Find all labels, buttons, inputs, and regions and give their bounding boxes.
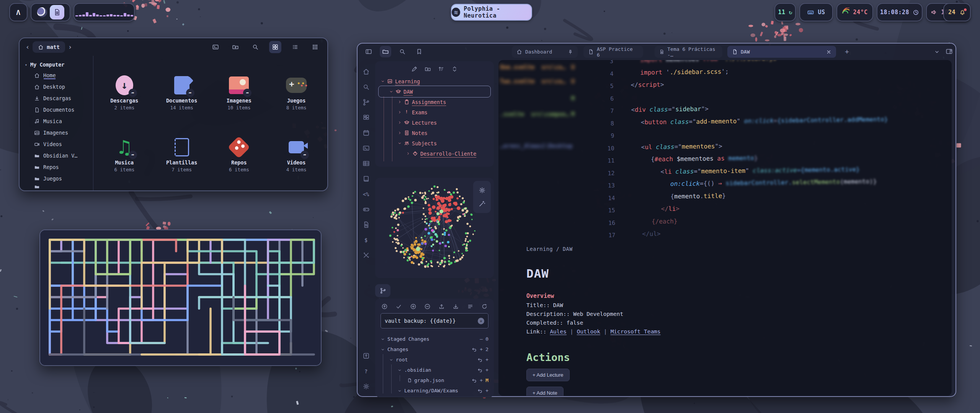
- ribbon-table-button[interactable]: [363, 160, 370, 167]
- ribbon-grid4-button[interactable]: [363, 114, 370, 121]
- tab-asp-practice-6[interactable]: ASP Practice 6: [583, 46, 643, 58]
- grid-item-juegos[interactable]: Juegos8 items: [268, 61, 325, 123]
- graph-settings-gear-icon[interactable]: [479, 187, 486, 194]
- unstage-all-button[interactable]: [424, 303, 431, 310]
- grid-item-repos[interactable]: Repos6 items: [211, 123, 268, 185]
- new-folder-button[interactable]: [425, 66, 431, 72]
- sidebar-item-videos[interactable]: Videos: [25, 138, 93, 150]
- commit-button[interactable]: [395, 303, 402, 310]
- sidebar-item-desktop[interactable]: Desktop: [25, 81, 93, 93]
- tree-item-daw[interactable]: DAW: [375, 86, 494, 97]
- grid-item-videos[interactable]: ➦Videos4 items: [268, 123, 325, 185]
- sidebar-item-repos[interactable]: Repos: [25, 161, 93, 173]
- pull-button[interactable]: [452, 303, 459, 310]
- ribbon-docsearch-button[interactable]: [363, 221, 370, 228]
- open-terminal-button[interactable]: [209, 41, 222, 53]
- git-row-graph-json[interactable]: graph.json+M: [375, 375, 494, 385]
- bookmarks-tab-icon[interactable]: [413, 46, 425, 57]
- undo-icon[interactable]: [472, 347, 477, 352]
- undo-icon[interactable]: [477, 367, 483, 373]
- sort-order-button[interactable]: [438, 66, 444, 72]
- ribbon-calendar-button[interactable]: [363, 129, 370, 137]
- search-tab-icon[interactable]: [397, 46, 408, 57]
- back-button[interactable]: ‹: [26, 43, 29, 51]
- tree-item-desarrollo-cliente[interactable]: Desarrollo-Cliente: [375, 148, 494, 159]
- git-row-changes[interactable]: Changes+2: [375, 344, 494, 354]
- undo-icon[interactable]: [477, 388, 483, 393]
- firefox-icon[interactable]: [37, 7, 47, 17]
- toggle-left-sidebar-icon[interactable]: [363, 46, 374, 57]
- git-row--obsidian[interactable]: .obsidian+: [375, 365, 494, 375]
- tab-list-chevron-icon[interactable]: [934, 49, 940, 55]
- commit-message-input[interactable]: vault backup: {{date}} ✕: [381, 313, 488, 328]
- stage-all-button[interactable]: [410, 303, 416, 310]
- note-breadcrumb[interactable]: Learning / DAW: [526, 246, 936, 252]
- ribbon-terminal-button[interactable]: [363, 145, 370, 152]
- graph-filter-wand-icon[interactable]: [479, 200, 486, 207]
- ribbon-book-button[interactable]: [363, 175, 370, 182]
- ribbon-home-button[interactable]: [363, 68, 370, 75]
- change-list-button[interactable]: [467, 303, 474, 310]
- launcher-button[interactable]: Λ: [9, 3, 28, 21]
- clear-message-icon[interactable]: ✕: [478, 318, 484, 324]
- ribbon-dollar-button[interactable]: $: [364, 236, 368, 244]
- grid-item-descargas[interactable]: ➦Descargas2 items: [96, 61, 153, 123]
- git-row-learning-daw-exams[interactable]: Learning/DAW/Exams+: [375, 385, 494, 396]
- sidebar-root[interactable]: ▾ My Computer: [25, 60, 93, 70]
- grid-view-button[interactable]: [269, 41, 281, 53]
- ribbon-branch-button[interactable]: [363, 99, 370, 106]
- forward-button[interactable]: ›: [68, 43, 72, 51]
- tree-item-subjects[interactable]: Subjects: [375, 138, 494, 148]
- ribbon-help-button[interactable]: ?: [364, 367, 368, 375]
- refresh-button[interactable]: [481, 303, 488, 310]
- grid-item-musica[interactable]: ♫➦Musica6 items: [96, 123, 153, 185]
- ribbon-templater-button[interactable]: <%: [363, 190, 369, 198]
- commit-push-button[interactable]: [381, 303, 388, 310]
- git-row-staged-changes[interactable]: Staged Changes—0: [375, 334, 494, 344]
- ribbon-vault-button[interactable]: [363, 352, 370, 359]
- search-button[interactable]: [249, 41, 261, 53]
- sidebar-item-descargas[interactable]: Descargas: [25, 93, 93, 104]
- notifications-widget[interactable]: 24: [943, 3, 971, 21]
- tab-dashboard[interactable]: Dashboard: [512, 46, 578, 58]
- grid-item-plantillas[interactable]: Plantillas7 items: [153, 123, 211, 185]
- push-button[interactable]: [438, 303, 445, 310]
- tab-tema-6-pr-cticas-[interactable]: Tema 6 Prácticas -…: [655, 46, 722, 58]
- toggle-right-sidebar-icon[interactable]: [946, 48, 953, 55]
- files-tab-icon[interactable]: [380, 46, 391, 57]
- action-button--add-note[interactable]: + Add Note: [526, 387, 564, 396]
- sidebar-item-musica[interactable]: Musica: [25, 115, 93, 127]
- grid-item-imagenes[interactable]: ➦Imagenes10 items: [211, 61, 268, 123]
- tab-close-icon[interactable]: [826, 49, 831, 55]
- tree-item-learning[interactable]: Learning: [375, 76, 494, 86]
- undo-icon[interactable]: [477, 357, 483, 363]
- sidebar-item-documentos[interactable]: Documentos: [25, 104, 93, 115]
- git-row-root[interactable]: root+: [375, 354, 494, 365]
- action-button--add-lecture[interactable]: + Add Lecture: [526, 369, 570, 381]
- keyboard-layout-widget[interactable]: US: [799, 3, 833, 21]
- ribbon-gamepad-button[interactable]: [363, 206, 370, 213]
- sidebar-item-obsidianv[interactable]: Obsidian V…: [25, 150, 93, 161]
- git-branch-button[interactable]: [375, 284, 390, 297]
- updates-widget[interactable]: 11 ↻: [774, 3, 796, 21]
- note-link-aules[interactable]: Aules: [550, 328, 567, 335]
- undo-icon[interactable]: [472, 378, 477, 383]
- ribbon-search-button[interactable]: [363, 83, 370, 91]
- note-link-microsoft-teams[interactable]: Microsoft Teams: [611, 328, 661, 335]
- tree-item-notes[interactable]: Notes: [375, 128, 494, 138]
- note-link-outlook[interactable]: Outlook: [577, 328, 600, 335]
- sidebar-item-home[interactable]: Home: [25, 70, 93, 81]
- collapse-all-button[interactable]: [451, 66, 458, 72]
- compact-view-button[interactable]: [309, 41, 321, 53]
- new-note-button[interactable]: [411, 66, 418, 72]
- tree-item-lectures[interactable]: Lectures: [375, 117, 494, 128]
- clock-widget[interactable]: 18:08:28: [877, 3, 923, 21]
- grid-item-documentos[interactable]: ➦Documentos14 items: [153, 61, 211, 123]
- tab-daw[interactable]: DAW: [727, 46, 836, 58]
- tree-item-exams[interactable]: !Exams: [375, 107, 494, 117]
- sidebar-item-juegos[interactable]: Juegos: [25, 173, 93, 184]
- new-folder-button[interactable]: [229, 41, 242, 53]
- notes-app-icon[interactable]: [50, 5, 64, 20]
- ribbon-tools-button[interactable]: [363, 252, 370, 259]
- ribbon-gear-button[interactable]: [363, 383, 370, 390]
